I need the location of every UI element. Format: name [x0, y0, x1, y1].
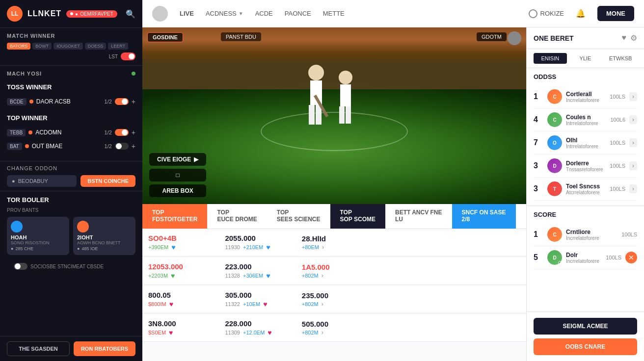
- sidebar-right-btn[interactable]: RON RBATOBERS: [74, 341, 135, 356]
- mw-tab-bowt[interactable]: BOWT: [32, 43, 52, 50]
- free-box-button[interactable]: AREB BOX: [149, 184, 206, 197]
- rs-tab-enisin[interactable]: ENISIN: [534, 53, 567, 64]
- odds-sub-4: Tnssasretoforere: [566, 167, 606, 172]
- bt-cell-2-1: 12053.000 +2203M ♥: [142, 258, 219, 284]
- betting-tab-5[interactable]: SNCF ON SASE2/8: [452, 204, 516, 229]
- bt-cell-1-1: SO0+4B +390EM ♥: [142, 229, 219, 256]
- globe-icon: [529, 9, 537, 18]
- bt-cell-3-3: 235.000 +802M ›: [296, 286, 373, 313]
- top-dot2: [25, 144, 29, 148]
- mw-tab-bators[interactable]: BATORS: [7, 43, 30, 50]
- odds-arrow-1[interactable]: ›: [629, 92, 637, 101]
- bt-sub-num-4: 11309: [225, 330, 240, 335]
- more-button[interactable]: MONE: [597, 6, 634, 21]
- bouler-sub-2: AOWH BCNO BNETT: [77, 240, 132, 245]
- rs-bottom: SEIGML ACMEE OOBS CNARE: [527, 311, 644, 361]
- top-plus2-icon[interactable]: +: [132, 142, 135, 150]
- mw-tab-leert[interactable]: LEERT: [108, 43, 128, 50]
- top-team2-badge: BAT: [7, 143, 22, 150]
- betting-tab-1[interactable]: TOPEUCE DROME: [207, 204, 267, 229]
- score-section: SCORE 1 C Crntliore Incrrelatoforere 100…: [527, 206, 644, 274]
- online-dot: [558, 261, 562, 265]
- odds-arrow-2[interactable]: ›: [629, 115, 637, 124]
- svg-point-0: [308, 65, 324, 80]
- score-name-1: Crntliore: [566, 229, 617, 235]
- bt-heart-1-2[interactable]: ♥: [266, 243, 270, 251]
- bouler-info-text-1: 285 CHE: [15, 246, 33, 251]
- match-winner-toggle[interactable]: [121, 52, 135, 60]
- nav-mette[interactable]: METTE: [323, 10, 345, 17]
- odds-sub-5: Atcrrelatoforere: [566, 190, 606, 195]
- odds-num-5: 3: [534, 184, 543, 193]
- betting-tab-4[interactable]: BETT ANCV FNELU: [385, 204, 452, 229]
- bt-sub-pink-3: $800IM: [148, 301, 166, 307]
- score-row-2: 5 D Dolr Incrrelatoforere 100LS ✕: [534, 246, 637, 269]
- bt-arrow-3[interactable]: ›: [322, 301, 323, 308]
- betting-table: SO0+4B +390EM ♥ 2055.000 11930 +210EM ♥: [142, 229, 526, 361]
- toss-plus-icon[interactable]: +: [132, 98, 135, 105]
- content-area: GOSDINE PANST BDU GDOTM CIVE EIOGE ▶ □ A…: [142, 27, 644, 361]
- bt-sub-4-2: 11309 +12.0EM ♥: [225, 329, 290, 336]
- bt-val-3-2: 305.000: [225, 291, 290, 299]
- odds-arrow-5[interactable]: ›: [629, 184, 637, 193]
- top-team1-toggle[interactable]: [115, 129, 129, 136]
- top-nav: LIVE ACDNESS ▼ ACDE PAONCE METTE ROKIZE …: [142, 0, 644, 27]
- place-button[interactable]: SEIGML ACMEE: [534, 318, 637, 335]
- mw-tab-iougoket[interactable]: IOUGOKET: [54, 43, 83, 50]
- bt-heart-3[interactable]: ♥: [169, 300, 173, 308]
- search-icon[interactable]: 🔍: [126, 9, 135, 19]
- betting-tab-2[interactable]: TOPSEES SCIENCE: [267, 204, 330, 229]
- score-close-btn[interactable]: ✕: [625, 252, 637, 263]
- odds-avatar-img-1: C: [547, 89, 562, 104]
- score-num-1: 1: [534, 230, 543, 239]
- bt-val-1-1: SO0+4B: [148, 234, 213, 242]
- toss-team1-toggle[interactable]: [115, 98, 129, 105]
- rs-tab-etwksb[interactable]: ETWKSB: [604, 53, 637, 64]
- mw-tab-doess[interactable]: DOESS: [85, 43, 107, 50]
- odds-arrow-4[interactable]: ›: [629, 161, 637, 170]
- bt-sub-4-3: +802M ›: [302, 329, 367, 336]
- rs-settings-icon[interactable]: ⚙: [630, 33, 637, 43]
- sidebar-left-btn[interactable]: THE SGASDEN: [7, 341, 70, 356]
- bt-heart-2[interactable]: ♥: [171, 272, 175, 280]
- top-plus1-icon[interactable]: +: [132, 129, 135, 136]
- sidebar-toggle[interactable]: [14, 263, 27, 270]
- betting-tab-0[interactable]: TOPFDSTOITGETER: [142, 204, 207, 229]
- main-content: LIVE ACDNESS ▼ ACDE PAONCE METTE ROKIZE …: [142, 0, 644, 361]
- odds-num-1: 1: [534, 92, 543, 101]
- nav-acde[interactable]: ACDE: [255, 10, 273, 17]
- bt-sub-4-1: $S0EM ♥: [148, 329, 213, 336]
- rs-heart-icon[interactable]: ♥: [622, 33, 627, 43]
- odds-info-3: Olhl Intrrelatoforere: [566, 137, 606, 149]
- tor-bouler-section: TOR BOULER PROV BANTS HOAH SONO RISOSTIO…: [0, 191, 142, 278]
- nav-paonce[interactable]: PAONCE: [285, 10, 311, 17]
- nav-live[interactable]: LIVE: [180, 10, 194, 17]
- video-icon-button[interactable]: □: [149, 169, 206, 181]
- bt-val-4-1: 3N8.000: [148, 319, 213, 328]
- bt-arrow-4[interactable]: ›: [322, 329, 323, 336]
- center-area: GOSDINE PANST BDU GDOTM CIVE EIOGE ▶ □ A…: [142, 27, 526, 361]
- bt-arrow-2[interactable]: ›: [322, 272, 323, 279]
- odds-avatar-5: T: [547, 181, 562, 196]
- score-sub-1: Incrrelatoforere: [566, 235, 617, 241]
- left-sidebar: LL LLNKET ● OEMRFAVPET 🔍 MATCH WINNER BA…: [0, 0, 142, 361]
- bt-heart-3-2[interactable]: ♥: [263, 300, 267, 308]
- rs-icons: ♥ ⚙: [622, 33, 638, 43]
- bt-arrow-1[interactable]: ›: [322, 244, 324, 251]
- nav-acdness[interactable]: ACDNESS ▼: [206, 10, 243, 17]
- bt-heart-4[interactable]: ♥: [169, 329, 173, 336]
- betting-tab-3[interactable]: TOPSOP SCOME: [330, 204, 385, 229]
- bt-heart-4-2[interactable]: ♥: [268, 329, 271, 336]
- bell-icon[interactable]: 🔔: [576, 9, 586, 18]
- live-edge-button[interactable]: CIVE EIOGE ▶: [149, 153, 206, 166]
- change-odds-button[interactable]: BSTN COINCHE: [80, 175, 135, 187]
- rs-tab-ylie[interactable]: YLIE: [569, 53, 602, 64]
- odds-change-button[interactable]: OOBS CNARE: [534, 338, 637, 355]
- bt-heart-1[interactable]: ♥: [171, 243, 175, 251]
- match-winner-controls: BATORS BOWT IOUGOKET DOESS LEERT LST: [7, 43, 135, 60]
- top-team2-toggle[interactable]: [115, 143, 129, 150]
- bt-val-2-2: 223.000: [225, 262, 290, 271]
- toss-dot: [29, 100, 33, 103]
- odds-arrow-3[interactable]: ›: [629, 138, 637, 147]
- bt-heart-2-2[interactable]: ♥: [266, 272, 270, 280]
